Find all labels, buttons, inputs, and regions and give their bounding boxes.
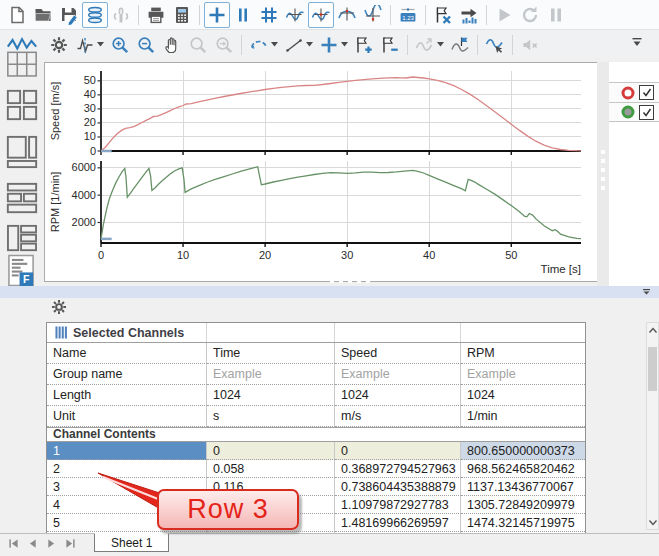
sheet-nav-buttons — [0, 534, 84, 553]
row-label-cell[interactable]: Length — [47, 385, 207, 406]
table-row: 30.1160.7386044353888791137.13436770067 — [47, 478, 585, 496]
sidebar-item-layout-single-chart[interactable] — [3, 36, 40, 80]
info-value-cell[interactable]: 1024 — [461, 385, 585, 406]
svg-text:50: 50 — [505, 249, 517, 261]
zoom-undo-icon — [188, 35, 208, 55]
row-label-cell[interactable]: Unit — [47, 406, 207, 427]
panel-collapse-bar[interactable] — [0, 286, 659, 298]
data-cell[interactable]: 0.738604435388879 — [335, 478, 461, 496]
chart-panel[interactable]: 01020304050Speed [m/s]200040006000010203… — [44, 62, 598, 282]
svg-text:10: 10 — [177, 249, 189, 261]
next-sheet-button[interactable] — [46, 538, 57, 549]
first-sheet-button[interactable] — [8, 538, 19, 549]
remove-flag-button[interactable] — [377, 32, 403, 58]
sidebar-item-layout-main-right[interactable] — [3, 134, 40, 170]
sidebar-item-layout-rows[interactable] — [3, 181, 40, 216]
cursor-mode-button[interactable] — [72, 32, 107, 58]
sidebar-item-layout-grid-2x2[interactable] — [3, 88, 40, 122]
info-value-cell[interactable]: Example — [335, 364, 461, 385]
info-value-cell[interactable]: RPM — [461, 343, 585, 364]
scroll-down-icon[interactable] — [648, 516, 658, 528]
prev-sheet-button[interactable] — [27, 538, 38, 549]
table-settings-button[interactable] — [50, 298, 68, 316]
band-select-icon — [249, 35, 269, 55]
data-cell[interactable]: 0.368972794527963 — [335, 460, 461, 478]
info-value-cell[interactable]: Example — [461, 364, 585, 385]
data-cell[interactable]: 1.48169966269597 — [335, 514, 461, 532]
svg-text:40: 40 — [423, 249, 435, 261]
data-cell[interactable]: 0 — [335, 442, 461, 460]
delete-flags-button[interactable] — [430, 2, 456, 28]
save-project-button[interactable] — [56, 2, 82, 28]
slope-tool-button[interactable] — [281, 32, 316, 58]
data-cell[interactable]: 0 — [207, 442, 335, 460]
info-value-cell[interactable]: s — [207, 406, 335, 427]
zoom-in-button[interactable] — [107, 32, 133, 58]
data-cell[interactable]: 1137.13436770067 — [461, 478, 585, 496]
numeric-display-button[interactable]: 1.23 — [395, 2, 421, 28]
vertical-splitter[interactable] — [597, 62, 609, 296]
series-visibility-checkbox[interactable] — [639, 105, 654, 120]
data-cell[interactable]: 800.650000000373 — [461, 442, 585, 460]
last-sheet-button[interactable] — [65, 538, 76, 549]
info-value-cell[interactable]: m/s — [335, 406, 461, 427]
curve-cursor-button[interactable] — [282, 2, 308, 28]
info-value-cell[interactable]: Speed — [335, 343, 461, 364]
speed-chart[interactable]: 01020304050Speed [m/s] — [49, 71, 581, 157]
calculator-button[interactable] — [169, 2, 195, 28]
print-button[interactable] — [143, 2, 169, 28]
scrollbar-thumb[interactable] — [648, 347, 657, 391]
toolbar-overflow-button[interactable] — [630, 36, 644, 48]
callout-label: Row 3 — [187, 494, 269, 525]
sheet-tab-label: Sheet 1 — [111, 536, 152, 550]
zoom-out-button[interactable] — [133, 32, 159, 58]
curve-max-cursor-button[interactable] — [334, 2, 360, 28]
new-document-button[interactable] — [4, 2, 30, 28]
row-number-cell[interactable]: 1 — [47, 442, 207, 460]
info-value-cell[interactable]: 1024 — [207, 385, 335, 406]
data-cell[interactable]: 1474.32145719975 — [461, 514, 585, 532]
layout-rows-icon — [5, 181, 39, 216]
row-number-cell[interactable]: 2 — [47, 460, 207, 478]
info-value-cell[interactable]: 1/min — [461, 406, 585, 427]
curve-snap-cursor-button[interactable] — [308, 2, 334, 28]
zoom-undo-button — [185, 32, 211, 58]
data-cell[interactable]: 0.058 — [207, 460, 335, 478]
cursor-statistics-button[interactable] — [456, 2, 482, 28]
scroll-up-icon[interactable] — [648, 324, 658, 336]
add-flag-button[interactable] — [351, 32, 377, 58]
row-label-cell[interactable]: Group name — [47, 364, 207, 385]
svg-text:20: 20 — [259, 249, 271, 261]
curve-flag-tool-button[interactable] — [447, 32, 473, 58]
sheet-tab[interactable]: Sheet 1 — [94, 533, 169, 552]
horizontal-splitter[interactable] — [330, 279, 370, 285]
row-label-cell[interactable]: Name — [47, 343, 207, 364]
sidebar-item-report-document[interactable]: F — [3, 254, 40, 287]
svg-text:RPM [1/min]: RPM [1/min] — [49, 172, 61, 233]
data-cell[interactable]: 1.10979872927783 — [335, 496, 461, 514]
curve-min-cursor-button[interactable] — [360, 2, 386, 28]
layout-single-chart-icon — [5, 36, 39, 80]
grid-cursors-button[interactable] — [256, 2, 282, 28]
sidebar-item-layout-list[interactable] — [3, 224, 40, 253]
open-folder-button[interactable] — [30, 2, 56, 28]
settings-gear-button[interactable] — [46, 32, 72, 58]
chart-toolbar — [46, 31, 543, 58]
charts-canvas[interactable]: 01020304050Speed [m/s]200040006000010203… — [45, 63, 595, 279]
info-value-cell[interactable]: 1024 — [335, 385, 461, 406]
info-value-cell[interactable]: Time — [207, 343, 335, 364]
data-cell[interactable]: 968.562465820462 — [461, 460, 585, 478]
data-source-button[interactable] — [82, 2, 108, 28]
svg-text:Speed [m/s]: Speed [m/s] — [49, 82, 61, 141]
curve-drag-tool-button[interactable] — [482, 32, 508, 58]
series-visibility-checkbox[interactable] — [639, 85, 654, 100]
pan-hand-button[interactable] — [159, 32, 185, 58]
rpm-chart[interactable]: 20004000600001020304050Time [s]RPM [1/mi… — [49, 161, 581, 275]
data-cell[interactable]: 1305.72849209979 — [461, 496, 585, 514]
table-scrollbar[interactable] — [646, 322, 659, 530]
info-value-cell[interactable]: Example — [207, 364, 335, 385]
crosshair-tool-button[interactable] — [316, 32, 351, 58]
crosshair-cursor-button[interactable] — [204, 2, 230, 28]
band-select-button[interactable] — [246, 32, 281, 58]
parallel-cursors-button[interactable] — [230, 2, 256, 28]
